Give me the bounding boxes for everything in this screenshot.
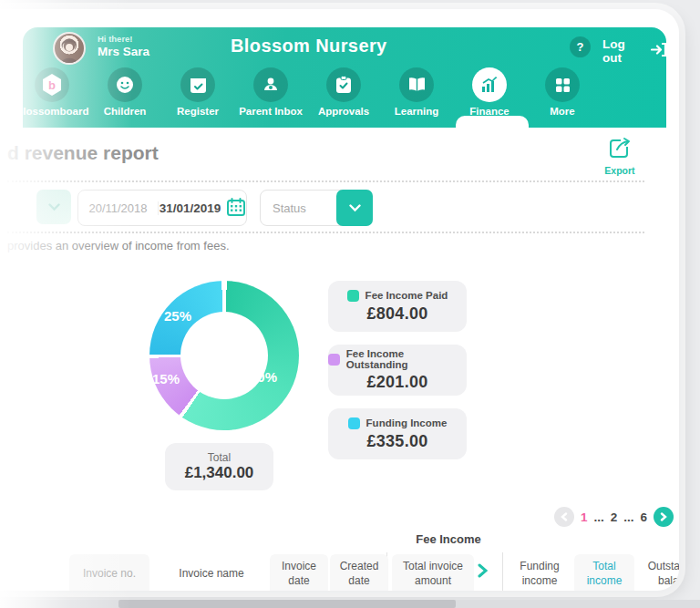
- next-page-button[interactable]: [654, 507, 674, 527]
- legend-value: £201.00: [366, 373, 427, 392]
- nav-item-register[interactable]: Register: [161, 67, 234, 128]
- report-type-dropdown[interactable]: [36, 190, 71, 224]
- user-name: Mrs Sara: [98, 45, 149, 60]
- status-dropdown-button[interactable]: [336, 190, 373, 226]
- nav-item-children[interactable]: Children: [88, 67, 161, 128]
- nav-item-more[interactable]: More: [526, 67, 599, 128]
- parent-person-icon: [253, 67, 288, 102]
- page-number[interactable]: 6: [641, 510, 648, 524]
- col-outstanding-balance[interactable]: Outstanding balance: [636, 554, 679, 591]
- avatar[interactable]: [53, 32, 86, 65]
- date-range-picker[interactable]: 20/11/2018 31/01/2019: [77, 190, 247, 226]
- legend-label: Fee Income Paid: [365, 290, 448, 301]
- divider: [7, 232, 644, 233]
- col-invoice-name[interactable]: Invoice name: [155, 554, 268, 591]
- report-description: provides an overview of income from fees…: [7, 239, 230, 252]
- calendar-check-icon: [180, 67, 215, 102]
- main-card: Hi there! Mrs Sara Blossom Nursery ? Log…: [0, 9, 679, 591]
- header-row: Hi there! Mrs Sara Blossom Nursery ? Log…: [23, 27, 666, 67]
- status-placeholder: Status: [261, 201, 306, 215]
- col-line: date: [288, 574, 309, 589]
- calendar-icon: [227, 198, 245, 219]
- donut-chart: 60% 15% 25%: [149, 281, 299, 430]
- window-bottom-edge: [0, 600, 700, 608]
- slice-label-paid: 60%: [250, 369, 277, 385]
- col-line: Total: [592, 560, 615, 574]
- nav-item-blossomboard[interactable]: b Blossomboard: [15, 67, 88, 128]
- bar-chart-icon: [472, 67, 507, 102]
- total-value: £1,340.00: [185, 464, 254, 482]
- total-card: Total £1,340.00: [165, 443, 273, 490]
- export-button[interactable]: Export: [592, 137, 648, 176]
- expand-columns-chevron[interactable]: [478, 563, 488, 582]
- col-invoice-no[interactable]: Invoice no.: [69, 554, 149, 591]
- col-created-date[interactable]: Created date: [330, 554, 388, 591]
- paid-swatch: [347, 290, 359, 302]
- logout-icon: [651, 43, 666, 59]
- nav-item-approvals[interactable]: Approvals: [307, 67, 380, 128]
- col-total-income[interactable]: Total income: [574, 554, 634, 591]
- nav-item-parent-inbox[interactable]: Parent Inbox: [234, 67, 307, 128]
- nav-label: Approvals: [307, 106, 380, 117]
- app-window: Hi there! Mrs Sara Blossom Nursery ? Log…: [0, 0, 700, 608]
- col-funding-income[interactable]: Funding income: [507, 554, 572, 591]
- help-button[interactable]: ?: [570, 36, 591, 57]
- table-group-header: Fee Income: [366, 532, 530, 546]
- col-line: Invoice: [282, 560, 316, 574]
- legend-value: £804.00: [366, 304, 427, 324]
- app-title: Blossom Nursery: [231, 36, 387, 57]
- export-icon: [608, 148, 632, 163]
- slice-label-outstanding: 15%: [152, 371, 180, 386]
- col-line: date: [348, 574, 369, 589]
- main-nav: b Blossomboard Children Register: [15, 67, 635, 128]
- date-to-field[interactable]: 31/01/2019: [159, 198, 246, 219]
- legend-card-outstanding: Fee Income Outstanding £201.00: [328, 345, 467, 396]
- divider: [7, 180, 644, 182]
- funding-swatch: [348, 417, 360, 429]
- col-line: balance: [658, 574, 679, 589]
- col-line: Total invoice: [403, 560, 463, 574]
- column-divider: [502, 552, 503, 591]
- greeting: Hi there! Mrs Sara: [98, 34, 149, 60]
- col-line: income: [522, 574, 558, 589]
- page-number-current[interactable]: 1: [581, 510, 588, 524]
- status-dropdown[interactable]: Status: [260, 190, 373, 226]
- legend-value: £335.00: [366, 432, 427, 451]
- nav-label: More: [526, 106, 599, 117]
- page-title: d revenue report: [7, 142, 159, 164]
- col-invoice-date[interactable]: Invoice date: [270, 554, 328, 591]
- logout-button[interactable]: Log out: [602, 37, 666, 65]
- col-line: Funding: [520, 560, 559, 574]
- col-line: income: [587, 574, 623, 589]
- date-from-field[interactable]: 20/11/2018: [78, 201, 159, 215]
- horizontal-scrollbar[interactable]: [118, 600, 456, 608]
- greeting-text: Hi there!: [98, 34, 149, 45]
- nav-item-learning[interactable]: Learning: [380, 67, 453, 128]
- outstanding-swatch: [328, 354, 340, 366]
- smiley-face-icon: [108, 67, 142, 102]
- donut-hole: [180, 312, 268, 399]
- nav-label: Register: [161, 106, 234, 117]
- nav-label: Children: [88, 106, 161, 117]
- page-number[interactable]: 2: [611, 510, 618, 524]
- col-line: Invoice name: [179, 567, 243, 582]
- slice-label-funding: 25%: [164, 308, 191, 324]
- logout-label: Log out: [602, 37, 645, 65]
- legend-card-funding: Funding Income £335.00: [328, 408, 467, 459]
- nav-label: Blossomboard: [15, 106, 88, 117]
- nav-label: Parent Inbox: [234, 106, 307, 117]
- prev-page-button[interactable]: [554, 507, 574, 527]
- clipboard-check-icon: [326, 67, 361, 102]
- blossom-logo-icon: b: [35, 67, 69, 102]
- page-ellipsis: ...: [623, 510, 633, 524]
- col-line: amount: [415, 574, 451, 589]
- col-line: Outstanding: [648, 560, 679, 574]
- grid-icon: [545, 67, 580, 102]
- total-label: Total: [208, 451, 231, 464]
- topbar: Hi there! Mrs Sara Blossom Nursery ? Log…: [23, 27, 666, 128]
- col-line: Created: [340, 560, 379, 574]
- col-total-invoice-amount[interactable]: Total invoice amount: [392, 554, 474, 591]
- legend-card-paid: Fee Income Paid £804.00: [328, 281, 467, 332]
- export-label: Export: [592, 165, 648, 176]
- col-line: Invoice no.: [83, 567, 136, 582]
